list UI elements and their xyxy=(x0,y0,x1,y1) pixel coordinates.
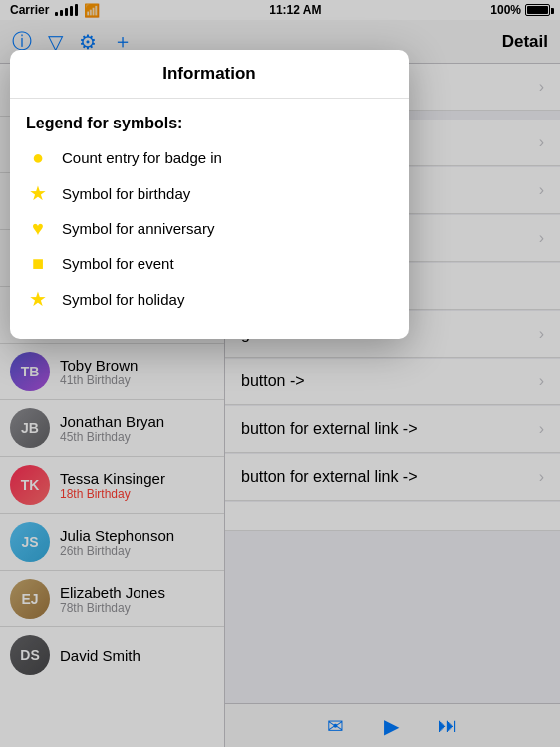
event-icon: ■ xyxy=(26,252,50,275)
legend-label: Symbol for anniversary xyxy=(62,220,214,237)
anniversary-icon: ♥ xyxy=(26,217,50,240)
birthday-icon: ★ xyxy=(26,181,50,205)
legend-item: ★ Symbol for holiday xyxy=(26,287,393,311)
legend-item: ♥ Symbol for anniversary xyxy=(26,217,393,240)
legend-label: Symbol for holiday xyxy=(62,291,184,308)
modal-header: Information xyxy=(10,50,409,99)
legend-title: Legend for symbols: xyxy=(26,115,393,132)
legend-label: Symbol for birthday xyxy=(62,185,190,202)
legend-label: Count entry for badge in xyxy=(62,149,222,166)
legend-item: ★ Symbol for birthday xyxy=(26,181,393,205)
legend-item: ● Count entry for badge in xyxy=(26,146,393,169)
legend-label: Symbol for event xyxy=(62,255,174,272)
count-icon: ● xyxy=(26,146,50,169)
legend-item: ■ Symbol for event xyxy=(26,252,393,275)
modal-body: Legend for symbols: ● Count entry for ba… xyxy=(10,99,409,339)
modal-title: Information xyxy=(162,64,256,83)
information-modal: Information Legend for symbols: ● Count … xyxy=(10,50,409,339)
holiday-icon: ★ xyxy=(26,287,50,311)
